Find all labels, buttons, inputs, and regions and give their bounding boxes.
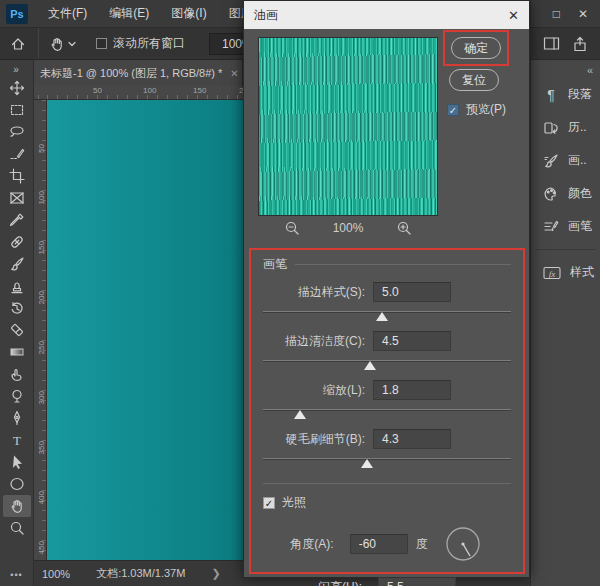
lasso-tool[interactable] (3, 121, 31, 143)
svg-text:fx: fx (549, 268, 556, 278)
gradient-icon (9, 344, 25, 360)
home-icon (10, 36, 26, 52)
ruler-tick: 350 (37, 443, 46, 455)
angle-input[interactable]: -60 (350, 534, 408, 554)
lasso-icon (9, 124, 25, 140)
angle-row: 角度(A): -60 度 (263, 523, 511, 565)
collapse-panels-button[interactable]: « (531, 60, 600, 78)
scale-slider[interactable] (263, 407, 511, 420)
slider-thumb[interactable] (364, 361, 376, 370)
zoom-out-icon[interactable] (284, 220, 300, 236)
status-zoom-level[interactable]: 100% (42, 568, 70, 580)
panel-label: 历.. (568, 119, 587, 136)
stylization-slider[interactable] (263, 309, 511, 322)
path-select-icon (9, 454, 25, 470)
pen-tool[interactable] (3, 407, 31, 429)
healing-brush-icon (9, 234, 25, 250)
bristle-detail-input[interactable]: 4.3 (373, 429, 451, 449)
dodge-tool[interactable] (3, 385, 31, 407)
marquee-tool[interactable] (3, 99, 31, 121)
eyedropper-tool[interactable] (3, 209, 31, 231)
horizontal-ruler: 50 100 150 200 (34, 86, 243, 100)
share-icon[interactable] (572, 36, 588, 52)
toolbar-more-button[interactable]: ••• (0, 570, 33, 580)
panel-tab-brushes[interactable]: 画笔 (531, 210, 600, 243)
path-select-tool[interactable] (3, 451, 31, 473)
shine-label: 闪亮(H): (318, 579, 362, 586)
maximize-icon[interactable]: □ (553, 7, 560, 21)
divider (263, 483, 511, 484)
document-canvas[interactable] (47, 100, 243, 560)
hand-tool[interactable] (3, 495, 31, 517)
eraser-tool[interactable] (3, 319, 31, 341)
shape-tool[interactable] (3, 473, 31, 495)
divider (535, 249, 596, 250)
preview-checkbox[interactable]: ✓ (447, 104, 459, 116)
svg-text:T: T (13, 433, 21, 448)
preview-toggle[interactable]: ✓ 预览(P) (447, 101, 506, 118)
scroll-all-windows-option[interactable]: 滚动所有窗口 (86, 35, 195, 52)
panel-tab-styles[interactable]: fx 样式 (531, 256, 600, 289)
workspace-icon[interactable] (543, 36, 560, 51)
zoom-tool[interactable] (3, 517, 31, 539)
bristle-detail-label: 硬毛刷细节(B): (286, 431, 365, 448)
ruler-tick: 100 (37, 193, 46, 205)
menu-edit[interactable]: 编辑(E) (99, 0, 159, 27)
shine-input[interactable]: 5.5 (378, 577, 456, 586)
healing-brush-tool[interactable] (3, 231, 31, 253)
brush-tool[interactable] (3, 253, 31, 275)
tab-close-icon[interactable]: ✕ (230, 68, 238, 79)
filter-preview-image[interactable] (258, 37, 438, 216)
preview-zoom-value[interactable]: 100% (333, 221, 364, 235)
toolbar-expand-button[interactable]: » (0, 60, 33, 77)
zoom-icon (9, 520, 25, 536)
scroll-all-windows-checkbox[interactable] (96, 38, 107, 49)
menu-file[interactable]: 文件(F) (38, 0, 97, 27)
crop-tool[interactable] (3, 165, 31, 187)
frame-tool[interactable] (3, 187, 31, 209)
dialog-title-bar[interactable]: 油画 ✕ (244, 1, 529, 29)
slider-thumb[interactable] (376, 312, 388, 321)
panel-tab-history[interactable]: 历.. (531, 111, 600, 144)
home-button[interactable] (0, 28, 39, 59)
crop-icon (9, 168, 25, 184)
angle-dial[interactable] (442, 523, 484, 565)
document-tab[interactable]: 未标题-1 @ 100% (图层 1, RGB/8#) * ✕ (34, 60, 242, 86)
shape-icon (9, 476, 25, 492)
styles-icon: fx (543, 265, 561, 281)
hand-tool-option[interactable] (39, 36, 86, 52)
scale-input[interactable]: 1.8 (373, 380, 451, 400)
svg-text:¶: ¶ (547, 87, 555, 103)
panel-tab-brush-settings[interactable]: 画.. (531, 144, 600, 177)
brush-icon (9, 256, 25, 272)
reset-button[interactable]: 复位 (449, 69, 499, 91)
gradient-tool[interactable] (3, 341, 31, 363)
ok-button[interactable]: 确定 (451, 37, 501, 59)
cleanliness-input[interactable]: 4.5 (373, 331, 451, 351)
zoom-in-icon[interactable] (396, 220, 412, 236)
oil-paint-dialog: 油画 ✕ 确定 复位 ✓ 预览(P) 100% 画笔 描边样式(S): 5.0 (243, 0, 530, 578)
slider-track (263, 458, 511, 460)
dialog-close-icon[interactable]: ✕ (508, 8, 519, 23)
bristle-detail-slider[interactable] (263, 456, 511, 469)
object-selection-tool[interactable] (3, 143, 31, 165)
lighting-checkbox[interactable]: ✓ (263, 497, 275, 509)
move-tool[interactable] (3, 77, 31, 99)
menu-image[interactable]: 图像(I) (161, 0, 216, 27)
status-chevron-icon[interactable]: ❯ (211, 567, 220, 580)
history-brush-tool[interactable] (3, 297, 31, 319)
cleanliness-slider[interactable] (263, 358, 511, 371)
clone-stamp-tool[interactable] (3, 275, 31, 297)
panel-tab-color[interactable]: 颜色 (531, 177, 600, 210)
slider-thumb[interactable] (361, 459, 373, 468)
window-close-icon[interactable]: ✕ (578, 7, 588, 21)
slider-thumb[interactable] (294, 410, 306, 419)
type-tool[interactable]: T (3, 429, 31, 451)
panel-tab-paragraph[interactable]: ¶ 段落 (531, 78, 600, 111)
stylization-input[interactable]: 5.0 (373, 282, 451, 302)
object-selection-icon (9, 146, 25, 162)
panel-icon-row (531, 28, 600, 60)
smudge-tool[interactable] (3, 363, 31, 385)
preview-label: 预览(P) (466, 101, 506, 118)
scroll-all-windows-label: 滚动所有窗口 (113, 35, 185, 52)
